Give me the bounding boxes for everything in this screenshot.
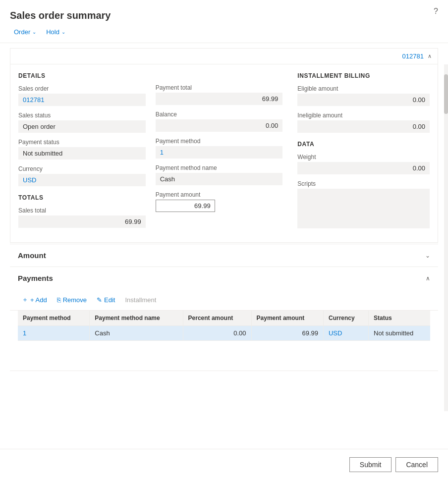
installment-column: INSTALLMENT BILLING Eligible amount 0.00… [292, 72, 430, 234]
toolbar: Order ⌄ Hold ⌄ [10, 26, 438, 38]
hold-chevron-icon: ⌄ [61, 29, 65, 35]
payment-total-value: 69.99 [156, 93, 283, 105]
eligible-amount-label: Eligible amount [297, 85, 430, 92]
payment-method-label: Payment method [156, 138, 283, 145]
main-content: 012781 ∧ DETAILS Sales order 012781 Sale… [0, 43, 448, 376]
payment-method-value[interactable]: 1 [156, 146, 283, 159]
weight-label: Weight [297, 154, 430, 160]
edit-label: Edit [104, 296, 115, 304]
scripts-box [297, 189, 430, 228]
eligible-amount-field: Eligible amount 0.00 [297, 85, 430, 106]
payment-method-name-field: Payment method name Cash [156, 164, 283, 185]
order-chevron-icon: ⌄ [32, 29, 36, 35]
ineligible-amount-label: Ineligible amount [297, 112, 430, 119]
remove-icon: ⎘ [57, 296, 61, 304]
add-icon: ＋ [22, 295, 28, 304]
details-column: DETAILS Sales order 012781 Sales status … [18, 72, 156, 234]
help-icon[interactable]: ? [434, 7, 438, 16]
weight-field: Weight 0.00 [297, 154, 430, 174]
amount-section-title: Amount [18, 251, 46, 260]
table-row[interactable]: 1Cash0.0069.99USDNot submitted [18, 326, 430, 341]
table-cell: 0.00 [183, 326, 251, 341]
table-cell: Cash [90, 326, 183, 341]
installment-label: Installment [125, 296, 156, 304]
scrollbar-thumb[interactable] [444, 74, 448, 114]
payments-section: Payments ∧ ＋ + Add ⎘ Remove ✎ Edit In [10, 267, 438, 371]
order-number[interactable]: 012781 [402, 53, 424, 60]
payment-method-name-label: Payment method name [156, 164, 283, 171]
payments-section-header[interactable]: Payments ∧ [10, 267, 438, 289]
sales-total-label: Sales total [18, 207, 146, 214]
sales-status-field: Sales status Open order [18, 112, 146, 133]
order-details-grid: DETAILS Sales order 012781 Sales status … [10, 64, 438, 242]
add-button[interactable]: ＋ + Add [18, 293, 51, 306]
sales-order-field: Sales order 012781 [18, 85, 146, 106]
sales-order-value[interactable]: 012781 [18, 94, 146, 106]
amount-collapse-icon: ⌄ [425, 252, 430, 259]
eligible-amount-value: 0.00 [297, 94, 430, 106]
payments-empty-area [18, 341, 430, 371]
table-cell[interactable]: 1 [18, 326, 90, 341]
sales-total-field: Sales total 69.99 [18, 207, 146, 228]
edit-button[interactable]: ✎ Edit [93, 294, 119, 306]
col-percent-amount: Percent amount [183, 311, 251, 326]
order-label: Order [14, 28, 30, 36]
hold-label: Hold [46, 28, 59, 36]
col-payment-amount: Payment amount [251, 311, 323, 326]
payment-method-field: Payment method 1 [156, 138, 283, 159]
payments-expand-icon: ∧ [426, 275, 430, 282]
payment-status-field: Payment status Not submitted [18, 139, 146, 160]
payment-amount-label: Payment amount [156, 191, 283, 198]
amount-section-header[interactable]: Amount ⌄ [10, 244, 438, 267]
sales-status-label: Sales status [18, 112, 146, 119]
data-section: DATA Weight 0.00 Scripts [297, 141, 430, 228]
sales-total-value: 69.99 [18, 215, 146, 228]
ineligible-amount-value: 0.00 [297, 120, 430, 133]
page-container: ? Sales order summary Order ⌄ Hold ⌄ 012… [0, 0, 448, 480]
totals-label: TOTALS [18, 194, 146, 201]
payment-amount-value[interactable]: 69.99 [156, 200, 215, 212]
sales-status-value: Open order [18, 120, 146, 133]
col-payment-method: Payment method [18, 311, 90, 326]
order-section: 012781 ∧ DETAILS Sales order 012781 Sale… [10, 48, 438, 243]
edit-icon: ✎ [97, 296, 102, 304]
payment-method-name-value: Cash [156, 173, 283, 185]
payments-table-wrapper: Payment method Payment method name Perce… [10, 311, 438, 371]
payment-total-field: Payment total 69.99 [156, 84, 283, 105]
page-title: Sales order summary [10, 10, 438, 21]
order-section-header: 012781 ∧ [10, 49, 438, 64]
payment-status-value: Not submitted [18, 147, 146, 160]
currency-value[interactable]: USD [18, 174, 146, 186]
page-header: Sales order summary Order ⌄ Hold ⌄ [0, 0, 448, 43]
payment-amount-field: Payment amount 69.99 [156, 191, 283, 212]
payment-total-label: Payment total [156, 84, 283, 91]
amount-section: Amount ⌄ [10, 244, 438, 267]
remove-button[interactable]: ⎘ Remove [53, 294, 91, 306]
remove-label: Remove [63, 296, 87, 304]
payments-toolbar: ＋ + Add ⎘ Remove ✎ Edit Installment [10, 289, 438, 311]
details-label: DETAILS [18, 72, 146, 79]
sales-order-label: Sales order [18, 85, 146, 92]
col-payment-method-name: Payment method name [90, 311, 183, 326]
table-cell[interactable]: USD [323, 326, 368, 341]
balance-value: 0.00 [156, 119, 283, 132]
submit-button[interactable]: Submit [349, 457, 392, 472]
order-button[interactable]: Order ⌄ [10, 26, 40, 38]
installment-billing-label: INSTALLMENT BILLING [297, 72, 430, 79]
table-header-row: Payment method Payment method name Perce… [18, 311, 430, 326]
order-collapse-icon[interactable]: ∧ [428, 53, 432, 59]
scripts-field: Scripts [297, 180, 430, 228]
table-cell: 69.99 [251, 326, 323, 341]
scripts-label: Scripts [297, 180, 430, 187]
installment-button: Installment [121, 294, 160, 306]
balance-label: Balance [156, 111, 283, 118]
hold-button[interactable]: Hold ⌄ [42, 26, 69, 38]
weight-value: 0.00 [297, 162, 430, 174]
ineligible-amount-field: Ineligible amount 0.00 [297, 112, 430, 133]
data-label: DATA [297, 141, 430, 148]
payment-status-label: Payment status [18, 139, 146, 146]
col-currency: Currency [323, 311, 368, 326]
scrollbar[interactable] [444, 64, 448, 411]
cancel-button[interactable]: Cancel [395, 457, 438, 472]
balance-field: Balance 0.00 [156, 111, 283, 132]
